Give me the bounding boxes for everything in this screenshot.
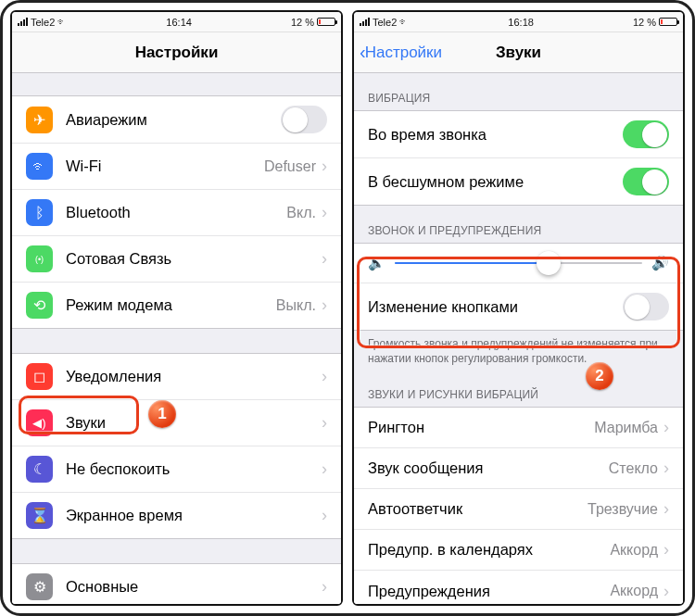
row-ringtone[interactable]: Рингтон Маримба › bbox=[354, 408, 683, 448]
page-title: Звуки bbox=[496, 44, 541, 62]
row-label: Авиарежим bbox=[66, 111, 281, 129]
row-label: Предупр. в календарях bbox=[368, 541, 610, 559]
volume-slider[interactable] bbox=[395, 262, 642, 264]
wifi-square-icon: ᯤ bbox=[26, 153, 53, 180]
row-sounds[interactable]: ◀) Звуки › bbox=[12, 400, 341, 446]
chevron-right-icon: › bbox=[322, 577, 327, 597]
group-general: ⚙ Основные › ⌬ Пункт управления › bbox=[12, 563, 341, 604]
sounds-list[interactable]: ВИБРАЦИЯ Во время звонка В бесшумном реж… bbox=[354, 73, 683, 604]
hotspot-icon: ⟲ bbox=[26, 292, 53, 319]
battery-icon bbox=[659, 18, 677, 26]
airplane-toggle[interactable] bbox=[281, 106, 327, 133]
settings-list[interactable]: ✈ Авиарежим ᯤ Wi-Fi Defuser › ᛒ Bluetoot… bbox=[12, 73, 341, 604]
row-change-with-buttons[interactable]: Изменение кнопками bbox=[354, 283, 683, 330]
group-network: ✈ Авиарежим ᯤ Wi-Fi Defuser › ᛒ Bluetoot… bbox=[12, 95, 341, 329]
clock: 16:14 bbox=[166, 17, 192, 28]
status-bar: Tele2 ᯤ 16:18 12 % bbox=[354, 12, 683, 32]
chevron-right-icon: › bbox=[663, 540, 669, 559]
row-text-tone[interactable]: Звук сообщения Стекло › bbox=[354, 448, 683, 489]
vibrate-ring-toggle[interactable] bbox=[623, 120, 669, 148]
row-reminder-alert[interactable]: Предупреждения Аккорд › bbox=[354, 571, 683, 604]
group-ringer: 🔈 🔊 Изменение кнопками bbox=[354, 243, 683, 331]
row-label: Wi-Fi bbox=[66, 157, 264, 175]
row-label: Экранное время bbox=[66, 507, 322, 524]
chevron-right-icon: › bbox=[663, 418, 669, 437]
chevron-right-icon: › bbox=[663, 459, 669, 478]
row-bluetooth[interactable]: ᛒ Bluetooth Вкл. › bbox=[12, 190, 341, 236]
row-hotspot[interactable]: ⟲ Режим модема Выкл. › bbox=[12, 283, 341, 328]
row-vibrate-ring[interactable]: Во время звонка bbox=[354, 111, 683, 158]
row-wifi[interactable]: ᯤ Wi-Fi Defuser › bbox=[12, 144, 341, 190]
row-label: Предупреждения bbox=[368, 583, 610, 600]
row-label: Не беспокоить bbox=[66, 460, 322, 478]
back-label: Настройки bbox=[365, 44, 442, 62]
section-footer-ringer: Громкость звонка и предупреждений не изм… bbox=[354, 331, 683, 370]
chevron-right-icon: › bbox=[322, 295, 327, 315]
row-label: В бесшумном режиме bbox=[368, 173, 623, 191]
row-label: Bluetooth bbox=[66, 204, 286, 221]
group-notifications: ◻ Уведомления › ◀) Звуки › ☾ Не беспокои… bbox=[12, 353, 341, 539]
wifi-icon: ᯤ bbox=[57, 17, 67, 27]
row-general[interactable]: ⚙ Основные › bbox=[12, 564, 341, 604]
battery-icon bbox=[317, 18, 335, 26]
row-cellular[interactable]: (•) Сотовая Связь › bbox=[12, 236, 341, 283]
row-label: Рингтон bbox=[368, 419, 594, 436]
cellular-icon: (•) bbox=[26, 245, 53, 272]
nav-bar: Настройки bbox=[12, 32, 341, 73]
airplane-icon: ✈ bbox=[26, 107, 53, 133]
wifi-icon: ᯤ bbox=[399, 17, 409, 27]
row-value: Аккорд bbox=[610, 542, 658, 559]
section-header-sounds-patterns: ЗВУКИ И РИСУНКИ ВИБРАЦИЙ bbox=[354, 370, 683, 407]
chevron-right-icon: › bbox=[322, 506, 327, 525]
row-vibrate-silent[interactable]: В бесшумном режиме bbox=[354, 158, 683, 205]
chevron-right-icon: › bbox=[322, 157, 327, 176]
row-label: Изменение кнопками bbox=[368, 298, 623, 316]
signal-icon bbox=[360, 18, 370, 26]
chevron-right-icon: › bbox=[322, 459, 327, 479]
nav-bar: ‹ Настройки Звуки bbox=[354, 32, 683, 73]
section-header-vibration: ВИБРАЦИЯ bbox=[354, 73, 683, 110]
battery-pct: 12 % bbox=[291, 17, 314, 28]
gear-icon: ⚙ bbox=[26, 573, 53, 600]
speaker-high-icon: 🔊 bbox=[651, 255, 669, 271]
group-vibration: Во время звонка В бесшумном режиме bbox=[354, 110, 683, 206]
row-dnd[interactable]: ☾ Не беспокоить › bbox=[12, 446, 341, 493]
row-value: Defuser bbox=[264, 158, 316, 175]
chevron-right-icon: › bbox=[322, 413, 327, 433]
row-screentime[interactable]: ⌛ Экранное время › bbox=[12, 493, 341, 538]
page-title: Настройки bbox=[135, 44, 219, 62]
vibrate-silent-toggle[interactable] bbox=[623, 168, 669, 195]
clock: 16:18 bbox=[508, 17, 534, 28]
row-label: Звуки bbox=[66, 414, 322, 432]
bluetooth-icon: ᛒ bbox=[26, 199, 53, 226]
row-label: Уведомления bbox=[66, 368, 322, 385]
group-sounds-patterns: Рингтон Маримба › Звук сообщения Стекло … bbox=[354, 407, 683, 604]
status-bar: Tele2 ᯤ 16:14 12 % bbox=[12, 12, 341, 32]
row-label: Автоответчик bbox=[368, 500, 588, 518]
battery-pct: 12 % bbox=[633, 17, 656, 28]
chevron-right-icon: › bbox=[322, 203, 327, 222]
row-label: Звук сообщения bbox=[368, 459, 609, 477]
row-label: Сотовая Связь bbox=[66, 250, 322, 268]
row-calendar-alert[interactable]: Предупр. в календарях Аккорд › bbox=[354, 530, 683, 571]
row-airplane[interactable]: ✈ Авиарежим bbox=[12, 96, 341, 144]
change-buttons-toggle[interactable] bbox=[623, 293, 669, 321]
speaker-low-icon: 🔈 bbox=[368, 255, 385, 271]
row-notifications[interactable]: ◻ Уведомления › bbox=[12, 354, 341, 400]
phone-sounds: Tele2 ᯤ 16:18 12 % ‹ Настройки Звуки ВИБ… bbox=[352, 10, 685, 606]
chevron-right-icon: › bbox=[663, 499, 669, 519]
row-volume-slider[interactable]: 🔈 🔊 bbox=[354, 244, 683, 283]
row-voicemail[interactable]: Автоответчик Трезвучие › bbox=[354, 489, 683, 530]
screentime-icon: ⌛ bbox=[26, 502, 53, 529]
carrier-label: Tele2 bbox=[373, 17, 397, 28]
chevron-right-icon: › bbox=[663, 582, 669, 601]
row-value: Выкл. bbox=[276, 297, 316, 314]
back-button[interactable]: ‹ Настройки bbox=[360, 42, 442, 63]
dnd-icon: ☾ bbox=[26, 456, 53, 483]
row-value: Маримба bbox=[594, 420, 658, 436]
sounds-icon: ◀) bbox=[26, 409, 53, 436]
signal-icon bbox=[18, 18, 28, 26]
phone-settings-root: Tele2 ᯤ 16:14 12 % Настройки ✈ Авиарежим… bbox=[10, 10, 343, 606]
row-value: Трезвучие bbox=[588, 501, 658, 518]
row-value: Вкл. bbox=[286, 205, 316, 221]
